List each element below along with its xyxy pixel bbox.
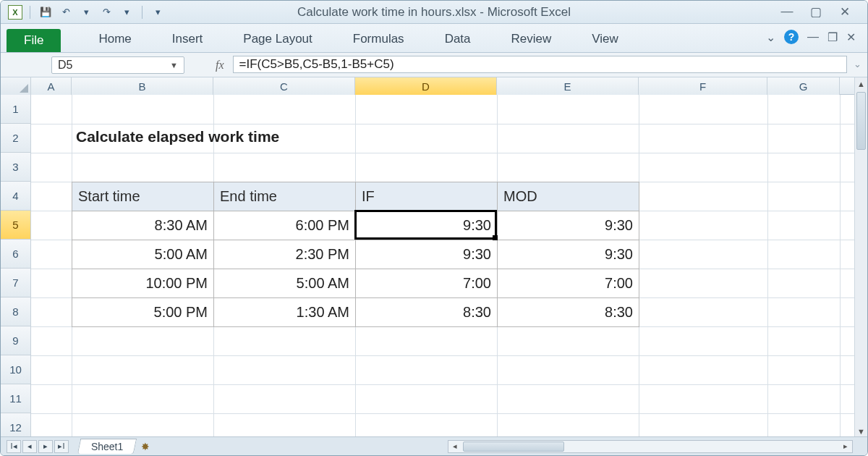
- cell-D6[interactable]: 9:30: [356, 240, 498, 269]
- workbook-close-icon[interactable]: ✕: [846, 30, 856, 44]
- new-sheet-icon[interactable]: ✸: [141, 441, 150, 452]
- cell-E7[interactable]: 7:00: [498, 269, 639, 298]
- scroll-up-icon[interactable]: ▲: [855, 77, 867, 90]
- file-tab[interactable]: File: [7, 29, 61, 52]
- column-header-C[interactable]: C: [213, 77, 355, 95]
- row-header-4[interactable]: 4: [1, 182, 31, 211]
- maximize-icon[interactable]: ▢: [808, 4, 824, 20]
- row-header-9[interactable]: 9: [1, 326, 31, 355]
- vertical-scroll-thumb[interactable]: [856, 92, 866, 150]
- formula-bar: D5 ▼ ✕ fx =IF(C5>B5,C5-B5,1-B5+C5): [1, 53, 867, 77]
- cell-B7[interactable]: 10:00 PM: [72, 269, 214, 298]
- sheet-tab[interactable]: Sheet1: [77, 439, 137, 454]
- scroll-right-icon[interactable]: ▸: [839, 442, 852, 451]
- close-icon[interactable]: ✕: [837, 4, 853, 20]
- horizontal-scrollbar[interactable]: ◂ ▸: [448, 440, 853, 453]
- column-header-A[interactable]: A: [31, 77, 72, 95]
- sheet-title-text: Calculate elapsed work time: [76, 128, 279, 145]
- ribbon: File Home Insert Page Layout Formulas Da…: [1, 24, 867, 53]
- formula-bar-expand-icon[interactable]: ⌄: [854, 59, 861, 69]
- table-row: 10:00 PM5:00 AM7:007:00: [72, 269, 639, 298]
- help-icon[interactable]: ?: [784, 30, 799, 44]
- cell-E6[interactable]: 9:30: [498, 240, 639, 269]
- cell-B8[interactable]: 5:00 PM: [72, 298, 214, 327]
- column-header-E[interactable]: E: [497, 77, 639, 95]
- table-row: 5:00 AM2:30 PM9:309:30: [72, 240, 639, 269]
- sheet-nav-first-icon[interactable]: I◂: [7, 440, 21, 453]
- undo-icon[interactable]: ↶: [58, 4, 74, 20]
- cell-C5[interactable]: 6:00 PM: [214, 211, 356, 240]
- quick-access-toolbar: X 💾 ↶ ▾ ↷ ▾ ▾: [1, 4, 166, 20]
- name-box[interactable]: D5 ▼: [51, 56, 184, 74]
- formula-text: =IF(C5>B5,C5-B5,1-B5+C5): [239, 57, 394, 72]
- tab-page-layout[interactable]: Page Layout: [223, 32, 332, 52]
- workbook-restore-icon[interactable]: ❐: [827, 30, 838, 44]
- row-header-7[interactable]: 7: [1, 269, 31, 297]
- tab-data[interactable]: Data: [425, 32, 491, 52]
- row-header-3[interactable]: 3: [1, 153, 31, 182]
- cell-C8[interactable]: 1:30 AM: [214, 298, 356, 327]
- minimize-icon[interactable]: —: [779, 4, 795, 20]
- row-header-1[interactable]: 1: [1, 95, 31, 124]
- qat-separator: [30, 6, 30, 19]
- row-header-5[interactable]: 5: [1, 211, 31, 240]
- qat-customize-icon[interactable]: ▾: [150, 4, 166, 20]
- table-header[interactable]: IF: [356, 182, 498, 211]
- sheet-tab-bar: I◂ ◂ ▸ ▸I Sheet1 ✸ ◂ ▸: [1, 436, 867, 455]
- row-header-10[interactable]: 10: [1, 355, 31, 384]
- window-controls: — ▢ ✕: [779, 4, 867, 20]
- row-header-6[interactable]: 6: [1, 240, 31, 269]
- table-row: 8:30 AM6:00 PM9:309:30: [72, 211, 639, 240]
- table-row: 5:00 PM1:30 AM8:308:30: [72, 298, 639, 327]
- sheet-nav-next-icon[interactable]: ▸: [38, 440, 53, 453]
- cell-D8[interactable]: 8:30: [356, 298, 498, 327]
- tab-home[interactable]: Home: [78, 32, 151, 52]
- cell-C7[interactable]: 5:00 AM: [214, 269, 356, 298]
- sheet-nav-prev-icon[interactable]: ◂: [22, 440, 37, 453]
- select-all-cell[interactable]: [1, 77, 31, 95]
- horizontal-scroll-thumb[interactable]: [463, 442, 564, 452]
- scroll-left-icon[interactable]: ◂: [448, 442, 461, 451]
- cell-E5[interactable]: 9:30: [498, 211, 639, 240]
- tab-review[interactable]: Review: [491, 32, 572, 52]
- formula-input[interactable]: =IF(C5>B5,C5-B5,1-B5+C5): [233, 56, 847, 73]
- redo-icon[interactable]: ↷: [98, 4, 114, 20]
- tab-formulas[interactable]: Formulas: [333, 32, 425, 52]
- sheet-tab-label: Sheet1: [91, 441, 123, 452]
- undo-dropdown-icon[interactable]: ▾: [78, 4, 94, 20]
- fx-icon[interactable]: fx: [216, 59, 224, 72]
- table-header[interactable]: End time: [214, 182, 356, 211]
- save-icon[interactable]: 💾: [38, 4, 54, 20]
- table-header[interactable]: MOD: [498, 182, 639, 211]
- cell-C6[interactable]: 2:30 PM: [214, 240, 356, 269]
- column-header-F[interactable]: F: [639, 77, 767, 95]
- cell-B5[interactable]: 8:30 AM: [72, 211, 214, 240]
- data-table: Start timeEnd timeIFMOD8:30 AM6:00 PM9:3…: [72, 182, 639, 327]
- cell-E8[interactable]: 8:30: [498, 298, 639, 327]
- row-header-11[interactable]: 11: [1, 384, 31, 413]
- workbook-minimize-icon[interactable]: —: [807, 30, 819, 43]
- row-header-12[interactable]: 12: [1, 413, 31, 438]
- ribbon-minimize-icon[interactable]: ⌄: [766, 30, 775, 44]
- cell-B6[interactable]: 5:00 AM: [72, 240, 214, 269]
- tab-insert[interactable]: Insert: [152, 32, 224, 52]
- column-header-G[interactable]: G: [767, 77, 840, 95]
- tab-view[interactable]: View: [571, 32, 639, 52]
- cell-D5[interactable]: 9:30: [356, 211, 498, 240]
- title-bar: X 💾 ↶ ▾ ↷ ▾ ▾ Calculate work time in hou…: [1, 1, 867, 24]
- name-box-value: D5: [58, 59, 72, 72]
- vertical-scrollbar[interactable]: ▲ ▼: [854, 77, 867, 438]
- worksheet-grid[interactable]: ABCDEFG 123456789101112 Calculate elapse…: [1, 77, 867, 438]
- excel-icon: X: [8, 5, 22, 20]
- row-header-2[interactable]: 2: [1, 124, 31, 153]
- column-header-B[interactable]: B: [72, 77, 213, 95]
- qat-separator: [142, 6, 142, 19]
- row-header-8[interactable]: 8: [1, 297, 31, 326]
- redo-dropdown-icon[interactable]: ▾: [119, 4, 135, 20]
- sheet-nav-last-icon[interactable]: ▸I: [54, 440, 69, 453]
- table-header[interactable]: Start time: [72, 182, 214, 211]
- column-header-D[interactable]: D: [355, 77, 497, 95]
- name-box-dropdown-icon[interactable]: ▼: [170, 61, 178, 69]
- cell-D7[interactable]: 7:00: [356, 269, 498, 298]
